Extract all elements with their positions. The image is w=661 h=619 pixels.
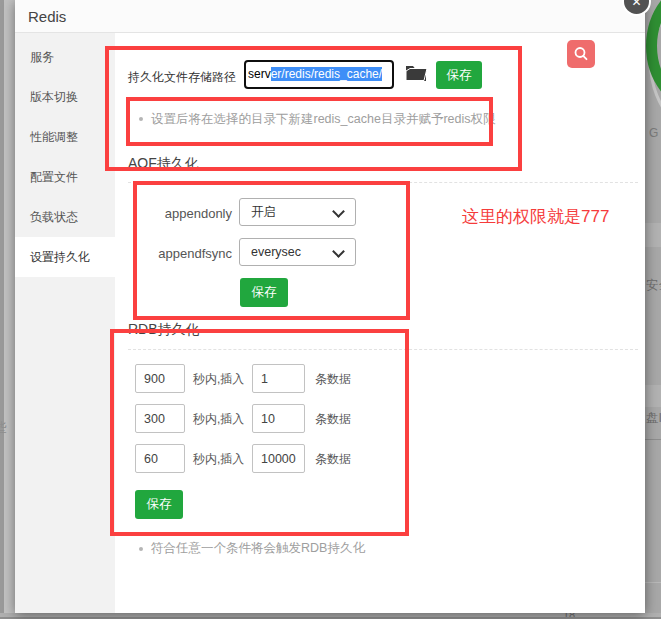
section-divider xyxy=(128,182,638,183)
rdb-seconds-input[interactable] xyxy=(135,444,185,473)
rdb-save-button[interactable]: 保存 xyxy=(135,490,183,519)
rdb-count-input[interactable] xyxy=(252,444,305,473)
background-gauge-letter: G xyxy=(649,126,658,140)
background-disk-text: 盘IO xyxy=(646,410,661,427)
rdb-mid-label: 秒内,插入 xyxy=(193,371,244,388)
chevron-down-icon xyxy=(332,245,345,258)
appendfsync-label: appendfsync xyxy=(140,246,232,261)
sidebar-item-service[interactable]: 服务 xyxy=(15,37,115,77)
rdb-seconds-input[interactable] xyxy=(135,404,185,433)
sidebar-item-load-status[interactable]: 负载状态 xyxy=(15,197,115,237)
modal-header: Redis xyxy=(15,0,645,33)
page-background-left-edge xyxy=(0,0,4,619)
appendfsync-value: everysec xyxy=(251,245,301,259)
background-text-fragment: 些 xyxy=(0,419,7,437)
search-icon xyxy=(572,51,590,66)
rdb-mid-label: 秒内,插入 xyxy=(193,411,244,428)
rdb-mid-label: 秒内,插入 xyxy=(193,451,244,468)
aof-save-button[interactable]: 保存 xyxy=(240,278,288,307)
screen: 些 G 安全 盘IO 18 Redis 服务 版本切换 性能调整 配置文件 负载… xyxy=(0,0,661,619)
sidebar-item-performance[interactable]: 性能调整 xyxy=(15,117,115,157)
page-background-left: 些 xyxy=(0,0,15,619)
persistence-path-label: 持久化文件存储路径 xyxy=(128,69,236,86)
rdb-unit-label: 条数据 xyxy=(315,451,351,468)
sidebar-item-persistence[interactable]: 设置持久化 xyxy=(15,237,115,277)
bullet-dot xyxy=(139,117,143,121)
path-text-selected: er/redis/redis_cache/ xyxy=(271,67,382,81)
appendfsync-select[interactable]: everysec xyxy=(239,238,356,266)
search-button[interactable] xyxy=(567,40,595,68)
folder-icon xyxy=(405,69,427,84)
rdb-heading: RDB持久化 xyxy=(128,321,200,339)
background-divider xyxy=(645,582,661,583)
rdb-unit-label: 条数据 xyxy=(315,411,351,428)
background-divider xyxy=(645,439,661,440)
modal-sidebar: 服务 版本切换 性能调整 配置文件 负载状态 设置持久化 xyxy=(15,33,115,613)
background-security-text: 安全 xyxy=(646,277,661,294)
appendonly-label: appendonly xyxy=(140,206,232,221)
background-band xyxy=(645,385,661,407)
rdb-note: 符合任意一个条件将会触发RDB持久化 xyxy=(151,540,365,557)
sidebar-item-config-file[interactable]: 配置文件 xyxy=(15,157,115,197)
path-text-unselected: serv xyxy=(248,67,271,81)
bullet-dot xyxy=(139,547,143,551)
close-icon: ✕ xyxy=(631,0,641,9)
rdb-unit-label: 条数据 xyxy=(315,371,351,388)
rdb-count-input[interactable] xyxy=(252,364,305,393)
rdb-count-input[interactable] xyxy=(252,404,305,433)
persistence-path-input[interactable]: server/redis/redis_cache/ xyxy=(244,60,394,89)
page-background-right: G 安全 盘IO xyxy=(645,0,661,613)
chevron-down-icon xyxy=(332,205,345,218)
modal-title: Redis xyxy=(28,8,66,25)
path-save-button[interactable]: 保存 xyxy=(436,61,482,89)
aof-heading: AOF持久化 xyxy=(128,155,199,173)
appendonly-value: 开启 xyxy=(251,205,276,219)
path-note: 设置后将在选择的目录下新建redis_cache目录并赋予redis权限 xyxy=(151,111,496,128)
browse-folder-button[interactable] xyxy=(404,64,428,84)
redis-settings-modal: Redis 服务 版本切换 性能调整 配置文件 负载状态 设置持久化 持久化文件… xyxy=(15,0,645,613)
section-divider xyxy=(128,349,638,350)
sidebar-item-version-switch[interactable]: 版本切换 xyxy=(15,77,115,117)
background-band xyxy=(645,223,661,247)
rdb-seconds-input[interactable] xyxy=(135,364,185,393)
appendonly-select[interactable]: 开启 xyxy=(239,198,356,226)
